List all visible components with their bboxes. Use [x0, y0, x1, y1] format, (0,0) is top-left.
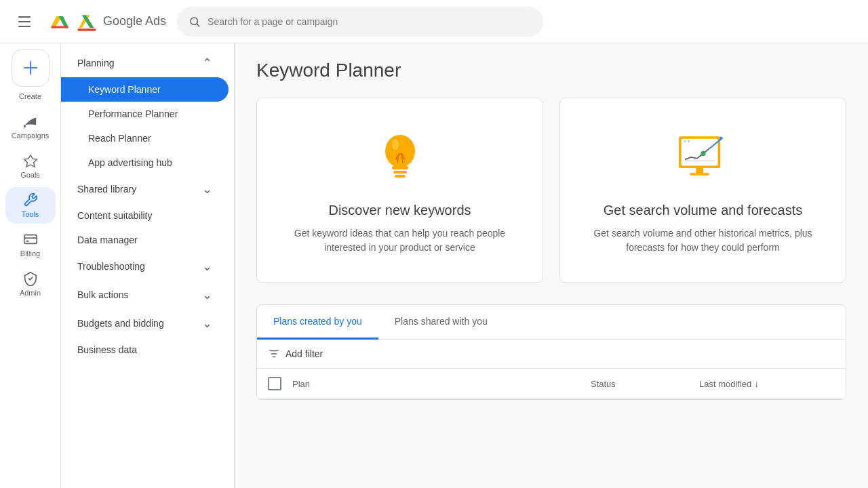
create-button[interactable]	[12, 49, 50, 87]
sidebar-item-campaigns[interactable]: Campaigns	[5, 108, 56, 145]
business-data-label: Business data	[77, 344, 137, 355]
logo-icon	[49, 11, 71, 33]
svg-point-22	[684, 140, 686, 142]
plus-icon	[22, 60, 39, 76]
content-suitability-label: Content suitability	[77, 210, 153, 221]
column-last-modified[interactable]: Last modified ↓	[699, 378, 835, 389]
bulk-actions-title: Bulk actions	[77, 289, 128, 300]
shared-library-title: Shared library	[77, 184, 136, 195]
icon-rail: Create Campaigns Goals Tools	[0, 43, 61, 488]
filter-row: Add filter	[257, 340, 846, 369]
budgets-bidding-title: Budgets and bidding	[77, 318, 164, 329]
search-input[interactable]	[208, 16, 532, 27]
cards-row: Discover new keywords Get keyword ideas …	[256, 98, 846, 283]
sidebar-item-goals[interactable]: Goals	[5, 148, 56, 184]
goals-icon	[23, 153, 38, 168]
campaigns-label: Campaigns	[12, 131, 50, 140]
data-manager-label: Data manager	[77, 235, 138, 245]
admin-icon	[23, 271, 38, 286]
troubleshooting-chevron-icon: ⌄	[202, 259, 212, 274]
data-manager-item[interactable]: Data manager	[61, 228, 229, 252]
tabs-section: Plans created by you Plans shared with y…	[256, 304, 846, 400]
billing-icon	[23, 232, 38, 247]
tools-icon	[23, 192, 38, 207]
search-icon	[189, 16, 201, 28]
troubleshooting-section-header[interactable]: Troubleshooting ⌄	[61, 252, 229, 281]
discover-card-description: Get keyword ideas that can help you reac…	[279, 226, 521, 255]
page-title: Keyword Planner	[256, 60, 846, 81]
table-header: Plan Status Last modified ↓	[257, 369, 846, 399]
create-label: Create	[19, 92, 41, 100]
svg-rect-17	[690, 173, 709, 176]
search-volume-card[interactable]: Get search volume and forecasts Get sear…	[559, 98, 846, 283]
goals-label: Goals	[20, 171, 40, 179]
content-area: Keyword Planner	[235, 43, 868, 488]
discover-keywords-card[interactable]: Discover new keywords Get keyword ideas …	[256, 98, 543, 283]
search-bar[interactable]	[177, 7, 543, 37]
svg-rect-9	[392, 166, 408, 169]
sidebar-item-admin[interactable]: Admin	[5, 266, 56, 302]
shared-library-section-header[interactable]: Shared library ⌄	[61, 175, 229, 203]
content-suitability-item[interactable]: Content suitability	[61, 203, 229, 228]
admin-label: Admin	[20, 289, 41, 297]
column-plan: Plan	[292, 379, 591, 389]
add-filter-button[interactable]: Add filter	[285, 348, 323, 359]
svg-rect-11	[395, 175, 406, 178]
forecasts-card-description: Get search volume and other historical m…	[582, 226, 824, 255]
sidebar-item-tools[interactable]: Tools	[5, 187, 56, 224]
svg-rect-6	[26, 241, 28, 242]
svg-point-23	[687, 140, 690, 142]
sidebar-nav: Planning ⌃ Keyword Planner Performance P…	[61, 43, 235, 488]
column-status: Status	[591, 379, 699, 389]
troubleshooting-title: Troubleshooting	[77, 261, 145, 272]
svg-rect-16	[696, 168, 703, 173]
budgets-bidding-section-header[interactable]: Budgets and bidding ⌄	[61, 309, 229, 338]
business-data-item[interactable]: Business data	[61, 338, 229, 362]
keyword-planner-item[interactable]: Keyword Planner	[61, 77, 229, 102]
performance-planner-item[interactable]: Performance Planner	[61, 102, 229, 126]
planning-title: Planning	[77, 58, 115, 68]
app-name-label: Google Ads	[103, 14, 166, 28]
topbar: Google Ads	[0, 0, 868, 43]
reach-planner-item[interactable]: Reach Planner	[61, 126, 229, 150]
lightbulb-icon	[370, 125, 431, 186]
planning-chevron-icon: ⌃	[202, 56, 212, 70]
hamburger-menu-button[interactable]	[11, 8, 38, 35]
tools-label: Tools	[22, 210, 39, 218]
filter-icon	[268, 348, 280, 360]
svg-rect-10	[393, 171, 407, 174]
tab-plans-shared-with-you[interactable]: Plans shared with you	[378, 305, 504, 340]
main-layout: Create Campaigns Goals Tools	[0, 43, 868, 488]
svg-point-7	[385, 135, 415, 167]
bulk-actions-chevron-icon: ⌄	[202, 287, 212, 302]
google-ads-wordmark-icon	[76, 11, 98, 33]
select-all-checkbox[interactable]	[268, 377, 281, 390]
app-advertising-hub-item[interactable]: App advertising hub	[61, 150, 229, 175]
bulk-actions-section-header[interactable]: Bulk actions ⌄	[61, 281, 229, 309]
discover-card-title: Discover new keywords	[328, 203, 471, 218]
svg-rect-15	[681, 138, 717, 165]
forecasts-card-title: Get search volume and forecasts	[604, 203, 802, 218]
tabs-header: Plans created by you Plans shared with y…	[257, 305, 846, 340]
planning-section-header[interactable]: Planning ⌃	[61, 49, 229, 77]
svg-rect-4	[24, 235, 36, 244]
shared-library-chevron-icon: ⌄	[202, 182, 212, 197]
sidebar-item-billing[interactable]: Billing	[5, 226, 56, 263]
svg-point-19	[701, 150, 705, 155]
budgets-bidding-chevron-icon: ⌄	[202, 316, 212, 331]
sort-arrow-icon: ↓	[754, 378, 759, 389]
tab-plans-created-by-you[interactable]: Plans created by you	[257, 305, 378, 340]
svg-rect-3	[23, 125, 25, 128]
google-ads-logo[interactable]: Google Ads	[49, 11, 166, 33]
svg-point-8	[392, 139, 399, 150]
campaigns-icon	[23, 114, 38, 129]
hamburger-icon	[18, 16, 31, 27]
chart-icon	[673, 125, 734, 186]
billing-label: Billing	[20, 249, 40, 258]
